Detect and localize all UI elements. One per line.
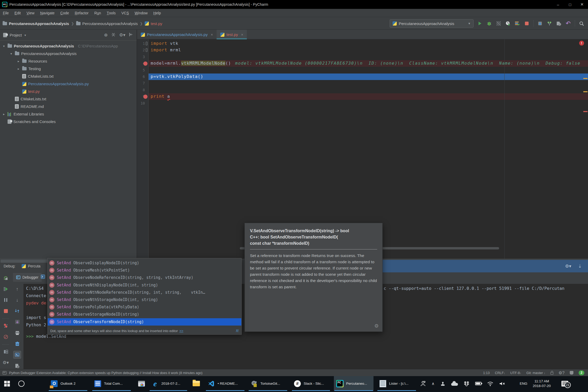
battery-button[interactable]: [475, 382, 481, 385]
mute-breakpoints-button[interactable]: [2, 333, 10, 341]
menu-item-edit[interactable]: Edit: [12, 9, 24, 17]
breakpoint-icon[interactable]: [143, 95, 148, 99]
tree-item-percutaneousapproachanalysis[interactable]: ▾PercutaneousApproachAnalysis: [0, 50, 137, 57]
language-indicator[interactable]: ENG: [518, 376, 529, 391]
tree-item-cmakelists-txt[interactable]: CMakeLists.txt: [0, 95, 137, 103]
run-configuration-select[interactable]: PercutaneousApproachAnalysis ▼: [390, 19, 474, 28]
rerun-button[interactable]: [2, 274, 10, 282]
chevron-right-icon[interactable]: ▸: [17, 67, 20, 71]
menu-item-navigate[interactable]: Navigate: [37, 9, 57, 17]
taskbar-item-explorer[interactable]: [190, 376, 202, 391]
code-line-8[interactable]: [149, 87, 588, 93]
menu-item-refactor[interactable]: Refactor: [72, 9, 91, 17]
code-line-7[interactable]: [149, 80, 588, 87]
code-line-9[interactable]: print a: [149, 93, 588, 100]
tree-item-external-libraries[interactable]: ▸External Libraries: [0, 110, 137, 118]
volume-muted-button[interactable]: [499, 381, 505, 386]
editor-tab-test-py[interactable]: test.py×: [217, 30, 247, 39]
people-button[interactable]: [420, 381, 426, 387]
hint-more-link[interactable]: >>: [179, 329, 183, 333]
close-button[interactable]: ✕: [576, 0, 588, 9]
tree-item-resources[interactable]: ▸Resources: [0, 57, 137, 65]
code-line-5[interactable]: [149, 67, 588, 74]
local-history-button[interactable]: [555, 20, 562, 27]
scroll-to-end-icon[interactable]: ⇣: [578, 264, 582, 269]
lock-icon[interactable]: [550, 372, 553, 375]
compare-stack-button[interactable]: [13, 307, 21, 315]
taskbar-item-edge[interactable]: e2018-07-2...: [149, 376, 188, 391]
chevron-up-button[interactable]: ∧: [432, 381, 434, 386]
coverage-button[interactable]: [495, 20, 502, 27]
maximize-button[interactable]: □: [564, 0, 576, 9]
collapse-all-icon[interactable]: [111, 33, 115, 38]
run-button[interactable]: [476, 20, 483, 27]
menu-item-file[interactable]: File: [0, 9, 12, 17]
error-indicator[interactable]: !: [579, 41, 584, 46]
tree-item-test-py[interactable]: test.py: [0, 88, 137, 95]
fold-marker-icon[interactable]: [146, 48, 148, 52]
hide-icon[interactable]: [129, 33, 133, 38]
start-button[interactable]: [2, 376, 12, 391]
menu-item-help[interactable]: Help: [150, 9, 164, 17]
restore-layout-button[interactable]: [2, 348, 10, 356]
taskbar-item-totalcmd[interactable]: Total Com...: [92, 376, 131, 391]
event-log-icon[interactable]: [3, 371, 7, 375]
profile-button[interactable]: [505, 20, 511, 27]
tree-item-percutaneousapproachanalysis-py[interactable]: PercutaneousApproachAnalysis.py: [0, 80, 137, 88]
completion-item-observepolydata[interactable]: mSetAndObservePolyData(vtkPolyData): [48, 303, 241, 311]
completion-item-observenthstoragenodeid[interactable]: mSetAndObserveNthStorageNodeID(int, stri…: [48, 296, 241, 303]
kvm-button[interactable]: [440, 381, 445, 386]
completion-item-observetransformnodeid[interactable]: mSetAndObserveTransformNodeID(string): [48, 318, 241, 326]
resume-button[interactable]: [2, 285, 10, 293]
taskbar-item-outlook[interactable]: OOutlook 2: [48, 376, 88, 391]
tree-item-testing[interactable]: ▸Testing: [0, 65, 137, 72]
show-console-button[interactable]: [13, 351, 21, 359]
completion-item-observemesh[interactable]: mSetAndObserveMesh(vtkPointSet): [48, 267, 241, 274]
encoding-selector[interactable]: UTF-8↕: [510, 371, 521, 375]
caret-position[interactable]: 1:13: [483, 371, 489, 375]
notification-center-button[interactable]: 21: [559, 376, 570, 391]
menu-item-view[interactable]: View: [24, 9, 37, 17]
chevron-down-icon[interactable]: ▾: [2, 44, 6, 48]
taskbar-item-tortoisegit[interactable]: TortoiseGit...: [248, 376, 288, 391]
menu-item-window[interactable]: Window: [132, 9, 151, 17]
editor-tab-percutaneousapproachanalysis-py[interactable]: PercutaneousApproachAnalysis.py×: [137, 30, 217, 39]
wifi-button[interactable]: [487, 381, 493, 386]
clear-all-button[interactable]: [13, 340, 21, 348]
line-separator-selector[interactable]: CRLF↕: [495, 371, 505, 375]
menu-item-code[interactable]: Code: [57, 9, 72, 17]
completion-item-observenthdisplaynodeid[interactable]: mSetAndObserveNthDisplayNodeID(int, stri…: [48, 281, 241, 289]
menu-item-run[interactable]: Run: [91, 9, 104, 17]
project-panel-title[interactable]: Project: [10, 33, 22, 37]
inspections-icon[interactable]: ⚙?: [559, 370, 565, 375]
minimize-button[interactable]: –: [552, 0, 564, 9]
stop-button[interactable]: [523, 20, 530, 27]
event-count-badge[interactable]: 2: [579, 370, 584, 375]
dropbox-button[interactable]: [464, 381, 469, 386]
console-history-button[interactable]: [13, 362, 21, 370]
taskbar-item-slack[interactable]: #Slack - Slic...: [291, 376, 330, 391]
tree-item-percutaneousapproachanalysis[interactable]: ▾PercutaneousApproachAnalysisC:\D\Percut…: [0, 42, 137, 50]
gear-icon[interactable]: ⚙: [374, 323, 379, 329]
onedrive-button[interactable]: [451, 381, 458, 386]
search-everywhere-button[interactable]: [578, 20, 585, 27]
pause-button[interactable]: [2, 296, 10, 304]
chevron-right-icon[interactable]: ▸: [17, 59, 20, 63]
code-line-6[interactable]: p=vtk.vtkPolyData(): [149, 74, 588, 80]
chevron-right-icon[interactable]: ▸: [2, 112, 6, 116]
step-up-button[interactable]: ↑: [13, 285, 21, 293]
breadcrumb-item[interactable]: PercutaneousApproachAnalysis: [3, 21, 69, 26]
gear-icon[interactable]: ⚙▾: [565, 264, 571, 269]
version-control-button[interactable]: [546, 20, 553, 27]
code-line-2[interactable]: import mrml: [149, 47, 588, 53]
error-stripe-mark[interactable]: [583, 111, 587, 112]
menu-item-vcs[interactable]: VCS: [119, 9, 132, 17]
concurrency-button[interactable]: [514, 20, 521, 27]
code-line-10[interactable]: [149, 100, 588, 107]
taskbar-item-vscode[interactable]: • README...: [205, 376, 245, 391]
tab-close-icon[interactable]: ×: [211, 33, 213, 37]
debug-button[interactable]: [486, 20, 493, 27]
settings-icon[interactable]: ⚙▾: [119, 32, 125, 38]
clock[interactable]: 11:17 AM2018-07-20: [531, 376, 553, 391]
tree-item-scratches-and-consoles[interactable]: Scratches and Consoles: [0, 118, 137, 125]
